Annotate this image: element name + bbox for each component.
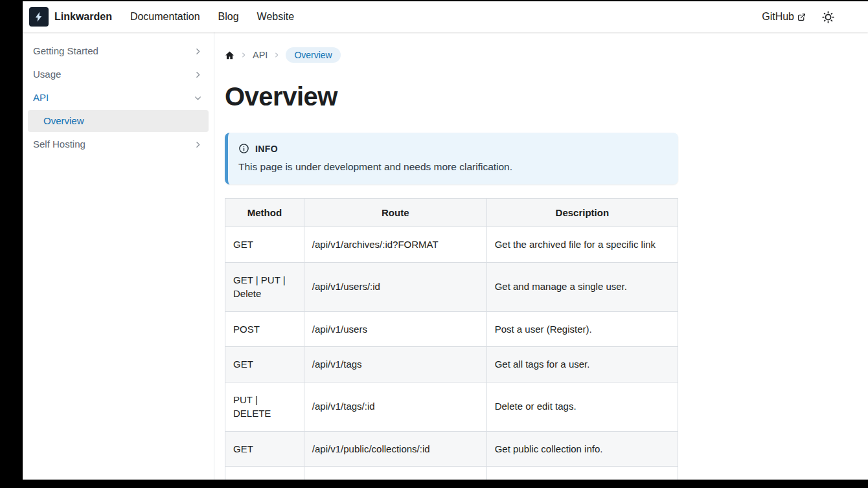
sidebar-item-label: Overview [43,115,84,128]
table-row: POST/api/v1/usersPost a user (Register). [225,311,678,347]
lightning-bolt-icon [29,7,49,27]
table-cell: Get and manage a single user. [486,262,678,311]
table-cell: /api/v1/public/collections/links?PARAMS [304,467,486,480]
docs-sidebar: Getting Started Usage API [23,32,214,480]
nav-link-documentation[interactable]: Documentation [130,11,200,23]
github-link[interactable]: GitHub [762,11,806,23]
table-row: GET/api/v1/public/collections/:idGet pub… [225,431,678,467]
table-row: GET/api/v1/archives/:id?FORMATGet the ar… [225,227,678,263]
info-circle-icon [238,143,249,154]
table-cell: /api/v1/users [304,311,486,347]
sidebar-item-label: Usage [33,68,61,81]
brand-home-link[interactable]: Linkwarden [29,7,112,27]
table-header-cell: Description [486,199,678,227]
nav-link-website[interactable]: Website [257,11,295,23]
table-cell: GET [225,347,304,383]
table-cell: /api/v1/users/:id [304,262,486,311]
table-row: GET | PUT | Delete/api/v1/users/:idGet a… [225,262,678,311]
theme-toggle-button[interactable] [819,8,837,26]
table-cell: POST [225,311,304,347]
external-link-icon [797,13,806,21]
table-cell: Post a user (Register). [486,311,678,347]
table-cell: GET | PUT | Delete [225,262,304,311]
api-routes-table: MethodRouteDescription GET/api/v1/archiv… [225,198,678,480]
docs-page: Linkwarden Documentation Blog Website Gi… [23,1,868,480]
nav-links: Documentation Blog Website [130,11,294,23]
sidebar-item-self-hosting[interactable]: Self Hosting [28,133,209,155]
table-cell: GET [225,467,304,480]
home-icon[interactable] [225,50,234,60]
breadcrumb-item-api[interactable]: API [253,50,268,60]
nav-right: GitHub [762,8,837,26]
table-cell: /api/v1/tags [304,347,486,383]
top-navbar: Linkwarden Documentation Blog Website Gi… [23,1,868,32]
sidebar-item-getting-started[interactable]: Getting Started [28,40,209,62]
sidebar-item-label: Getting Started [33,45,98,58]
table-cell: Get all links under a public collection … [486,467,678,480]
chevron-right-icon [273,52,280,58]
table-header-cell: Route [304,199,486,227]
table-cell: GET [225,227,304,263]
info-admonition: INFO This page is under development and … [225,133,678,184]
sun-icon [821,10,835,24]
table-cell: GET [225,431,304,467]
sidebar-item-overview[interactable]: Overview [28,110,209,132]
chevron-right-icon [194,47,202,56]
table-row: GET/api/v1/public/collections/links?PARA… [225,467,678,480]
breadcrumb-current: Overview [286,47,340,63]
admonition-text: This page is under development and needs… [238,160,668,174]
table-cell: /api/v1/archives/:id?FORMAT [304,227,486,263]
table-row: PUT | DELETE/api/v1/tags/:idDelete or ed… [225,382,678,431]
table-cell: /api/v1/tags/:id [304,382,486,431]
table-cell: Delete or edit tags. [486,382,678,431]
table-cell: Get all tags for a user. [486,347,678,383]
screenshot-frame: Linkwarden Documentation Blog Website Gi… [0,0,868,488]
chevron-down-icon [194,94,202,102]
nav-link-blog[interactable]: Blog [218,11,239,23]
brand-name: Linkwarden [54,11,112,23]
table-cell: PUT | DELETE [225,382,304,431]
table-header-row: MethodRouteDescription [225,199,678,227]
table-cell: Get the archived file for a specific lin… [486,227,678,263]
sidebar-item-api[interactable]: API [28,87,209,109]
main-content: API Overview Overview [214,32,868,480]
sidebar-item-label: API [33,91,49,104]
chevron-right-icon [194,140,202,149]
table-row: GET/api/v1/tagsGet all tags for a user. [225,347,678,383]
table-cell: Get public collection info. [486,431,678,467]
sidebar-item-label: Self Hosting [33,138,86,151]
table-cell: /api/v1/public/collections/:id [304,431,486,467]
table-header-cell: Method [225,199,304,227]
github-link-label: GitHub [762,11,794,23]
breadcrumb: API Overview [225,47,678,63]
chevron-right-icon [194,71,202,79]
table-body: GET/api/v1/archives/:id?FORMATGet the ar… [225,227,678,480]
admonition-title: INFO [255,144,278,154]
sidebar-item-usage[interactable]: Usage [28,63,209,85]
page-title: Overview [225,82,678,111]
chevron-right-icon [240,52,247,58]
